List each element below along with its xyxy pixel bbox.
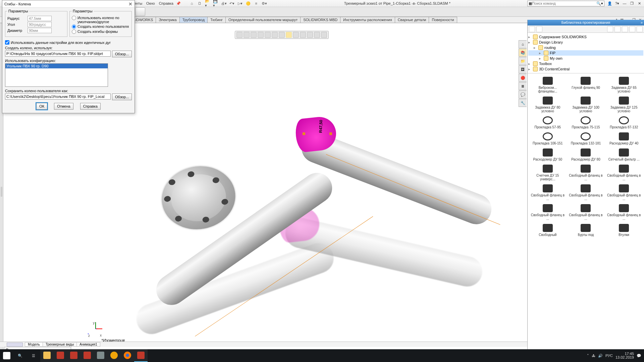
radio-default-elbow[interactable] [72, 16, 76, 20]
view-settings-icon[interactable] [300, 32, 306, 38]
library-item[interactable]: Задвижка ДУ 100 условно [567, 95, 605, 114]
lib-fwd-icon[interactable] [536, 26, 542, 32]
library-item[interactable]: Свободный фланец в ... [567, 163, 605, 182]
help-icon[interactable]: ?▾ [614, 1, 621, 6]
library-item[interactable]: Свободный фланец в ... [529, 183, 567, 202]
home-icon[interactable]: ⌂ [189, 0, 195, 6]
render-icon3[interactable] [321, 32, 327, 38]
library-item[interactable]: Свободный фланец в ... [605, 163, 643, 182]
tab-userroute[interactable]: Определенный пользователем маршрут [225, 17, 301, 23]
collapse-panel-icon[interactable]: » [641, 20, 643, 25]
solidworks-app-icon[interactable] [134, 349, 148, 362]
print-icon[interactable]: 🖨▾ [221, 0, 227, 6]
browse-button-2[interactable]: Обзор... [112, 94, 132, 100]
tab-surfaces[interactable]: Поверхности [429, 17, 457, 23]
tree-node[interactable]: ▸My own [528, 56, 643, 61]
view-orient-icon[interactable] [265, 32, 271, 38]
ribbon-button[interactable] [135, 7, 145, 16]
tree-node[interactable]: ▸FIP [528, 50, 643, 56]
design-library-thumbnails[interactable]: Виброком... фланцевы...Глухой фланец 90З… [528, 73, 644, 350]
calc-app-icon[interactable] [94, 349, 107, 362]
tree-node[interactable]: ▸3D ContentCentral [528, 66, 643, 72]
lib-newfolder-icon[interactable] [614, 26, 621, 32]
taskpane-viewpalette-icon[interactable]: 🖼 [519, 65, 527, 73]
tab-weldments[interactable]: Сварные детали [395, 17, 429, 23]
library-item[interactable]: Бурты под [567, 223, 605, 238]
tray-volume-icon[interactable]: 🔊 [598, 354, 603, 358]
search-icon[interactable]: 🔍▾ [596, 1, 603, 6]
library-item[interactable]: Свободный фланец в ... [567, 183, 605, 202]
display-style-icon[interactable] [272, 32, 278, 38]
select-icon[interactable]: ▷▾ [237, 0, 243, 6]
checkbox-identical-arcs[interactable] [5, 40, 9, 45]
start-button[interactable]: ⊞ [0, 349, 13, 362]
library-item[interactable]: Виброком... фланцевы... [529, 75, 567, 95]
tray-chevron-icon[interactable]: ˄ [587, 354, 589, 358]
sketch-handle[interactable] [329, 132, 332, 135]
rebuild-icon[interactable]: 🟡 [245, 0, 251, 6]
lib-add-icon[interactable] [607, 26, 613, 32]
tray-date[interactable]: 13.02.2019 [615, 356, 634, 359]
library-item[interactable]: Прокладка 57-95 [529, 115, 567, 130]
new-icon[interactable]: 🗋 [197, 0, 203, 6]
sw-app-icon-1[interactable] [54, 349, 67, 362]
zoom-area-icon[interactable] [244, 32, 250, 38]
library-item[interactable]: Прокладка 87-132 [605, 115, 643, 130]
search-taskbar-icon[interactable]: 🔍 [13, 349, 27, 362]
tree-node[interactable]: ▸Содержание SOLIDWORKS [528, 34, 643, 40]
radius-input[interactable] [28, 16, 52, 21]
library-item[interactable]: Свободный фланец в ... [529, 203, 567, 222]
tab-piping[interactable]: Трубопровод [179, 17, 208, 23]
library-item[interactable]: Расходомер ДУ 40 [605, 131, 643, 146]
library-item[interactable]: Прокладка 106-151 [529, 131, 567, 146]
render-icon[interactable] [307, 32, 313, 38]
tab-model[interactable]: Модель [25, 342, 43, 347]
zoom-fit-icon[interactable] [236, 32, 243, 38]
search-input[interactable] [532, 1, 596, 5]
windows-taskbar[interactable]: ⊞ 🔍 ☰ ˄ 🖧 🔊 РУС 17:45 13.02.2019 💬 [0, 349, 644, 362]
browse-button-1[interactable]: Обзор... [112, 51, 132, 57]
library-item[interactable]: Задвижка ДУ 80 условно [529, 95, 567, 114]
system-tray[interactable]: ˄ 🖧 🔊 РУС 17:45 13.02.2019 💬 [587, 352, 644, 359]
close-icon[interactable]: ✕ [636, 1, 643, 6]
sw-app-icon-3[interactable] [80, 349, 94, 362]
yellow-app-icon[interactable] [107, 349, 121, 362]
orientation-triad[interactable]: x y z [87, 320, 104, 337]
options-icon[interactable]: ≡ [253, 0, 259, 6]
radio-create-user-elbow[interactable] [72, 24, 76, 29]
section-icon[interactable] [258, 32, 264, 38]
tab-tubing[interactable]: Тюбинг [207, 17, 226, 23]
tray-network-icon[interactable]: 🖧 [592, 354, 595, 358]
pin-menu-icon[interactable]: 📌 [176, 1, 181, 6]
explorer-app-icon[interactable] [40, 349, 54, 362]
taskview-icon[interactable]: ☰ [27, 349, 40, 362]
library-item[interactable]: Прокладка 75-115 [567, 115, 605, 130]
ok-button[interactable]: ОК [36, 103, 47, 110]
tab-mbd[interactable]: SOLIDWORKS MBD [300, 17, 340, 23]
cancel-button[interactable]: Отмена [54, 103, 73, 110]
library-item[interactable]: Втулки [605, 223, 643, 238]
tab-layout[interactable]: Инструменты расположения [340, 17, 395, 23]
tray-notifications-icon[interactable]: 💬 [637, 354, 641, 358]
command-search[interactable]: ▦ 🔍▾ [527, 1, 604, 6]
radius-dimension[interactable]: R47,50 [318, 120, 323, 133]
library-item[interactable]: Счетчик ДУ 15 универс... [529, 163, 567, 182]
library-item[interactable]: Свободный [529, 223, 567, 238]
sketch-handle[interactable] [303, 132, 305, 135]
elbow-file-input[interactable] [5, 51, 111, 57]
restore-icon[interactable]: ❐ [629, 1, 635, 6]
sw-app-icon-2[interactable] [67, 349, 80, 362]
library-item[interactable]: Свободный фланец в ... [567, 203, 605, 222]
lib-refresh-icon[interactable] [622, 26, 628, 32]
taskpane-designlib-icon[interactable]: 📚 [519, 49, 527, 57]
save-as-input[interactable] [5, 94, 111, 100]
menu-help[interactable]: Справка [159, 1, 173, 5]
taskpane-forum-icon[interactable]: 💬 [519, 90, 527, 99]
tab-electrical[interactable]: Электрика [156, 17, 180, 23]
tree-node[interactable]: ▸routing [528, 45, 643, 50]
hide-show-icon[interactable] [279, 32, 285, 38]
lib-help-icon[interactable] [637, 26, 643, 32]
edit-appearance-icon[interactable] [286, 32, 292, 38]
tree-node[interactable]: ▸Design Library [528, 40, 643, 45]
taskpane-explorer-icon[interactable]: 📁 [519, 57, 527, 65]
